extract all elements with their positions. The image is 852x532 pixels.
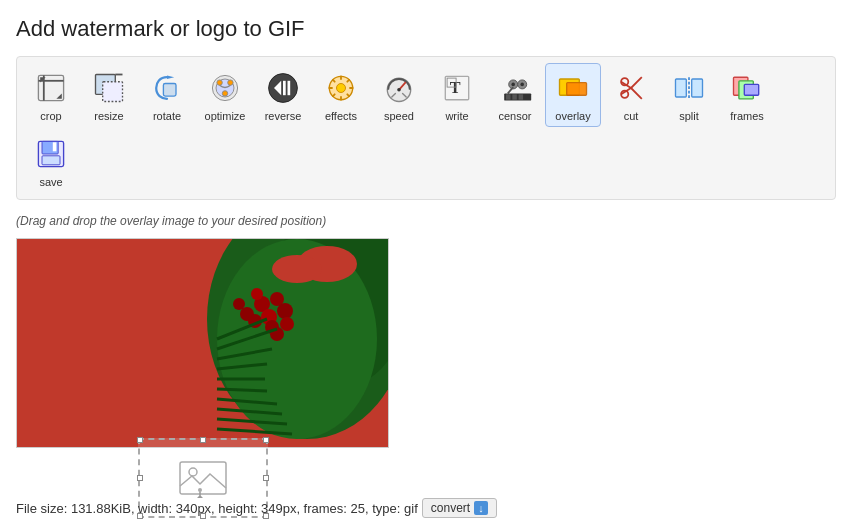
svg-rect-6 (103, 82, 123, 102)
tool-cut[interactable]: cut (603, 63, 659, 127)
resize-handle-tl[interactable] (137, 437, 143, 443)
drag-hint: (Drag and drop the overlay image to your… (16, 214, 836, 228)
cut-icon (611, 68, 651, 108)
tool-frames-label: frames (730, 110, 764, 122)
reverse-icon (263, 68, 303, 108)
resize-handle-mr[interactable] (263, 475, 269, 481)
tool-reverse-label: reverse (265, 110, 302, 122)
main-content (16, 238, 836, 518)
svg-point-22 (397, 88, 401, 92)
placeholder-image-icon (178, 458, 228, 498)
svg-point-12 (228, 80, 233, 85)
tool-rotate[interactable]: rotate (139, 63, 195, 127)
tool-write[interactable]: T write (429, 63, 485, 127)
svg-point-11 (217, 80, 222, 85)
svg-point-65 (280, 317, 294, 331)
tool-censor[interactable]: censor (487, 63, 543, 127)
tool-speed-label: speed (384, 110, 414, 122)
tool-reverse[interactable]: reverse (255, 63, 311, 127)
toolbar: crop resize rotate (16, 56, 836, 200)
tool-split[interactable]: split (661, 63, 717, 127)
tool-censor-label: censor (498, 110, 531, 122)
tool-optimize[interactable]: optimize (197, 63, 253, 127)
svg-point-27 (511, 83, 515, 87)
svg-point-69 (272, 255, 322, 283)
convert-button[interactable]: convert ↓ (422, 498, 497, 518)
svg-point-62 (277, 303, 293, 319)
tool-effects[interactable]: effects (313, 63, 369, 127)
optimize-icon (205, 68, 245, 108)
svg-point-66 (233, 298, 245, 310)
file-info: File size: 131.88KiB, width: 340px, heig… (16, 501, 418, 516)
svg-point-82 (198, 488, 202, 492)
svg-rect-44 (692, 79, 703, 97)
svg-point-81 (189, 468, 197, 476)
tool-cut-label: cut (624, 110, 639, 122)
resize-icon (89, 68, 129, 108)
tool-save[interactable]: save (23, 129, 79, 193)
svg-rect-52 (42, 156, 60, 165)
speed-icon (379, 68, 419, 108)
svg-line-38 (631, 88, 642, 99)
rotate-icon (147, 68, 187, 108)
svg-rect-32 (506, 94, 511, 99)
write-icon: T (437, 68, 477, 108)
tool-speed[interactable]: speed (371, 63, 427, 127)
svg-rect-80 (180, 462, 226, 494)
tool-save-label: save (39, 176, 62, 188)
resize-handle-ml[interactable] (137, 475, 143, 481)
svg-rect-17 (288, 81, 291, 95)
svg-rect-51 (53, 142, 57, 151)
tool-resize[interactable]: resize (81, 63, 137, 127)
svg-point-13 (222, 91, 227, 96)
tool-overlay-label: overlay (555, 110, 590, 122)
svg-line-37 (631, 77, 642, 88)
tool-split-label: split (679, 110, 699, 122)
svg-rect-34 (519, 94, 524, 99)
svg-point-29 (520, 83, 524, 87)
tool-overlay[interactable]: overlay (545, 63, 601, 127)
gif-preview[interactable] (16, 238, 389, 448)
effects-icon (321, 68, 361, 108)
svg-rect-36 (567, 83, 587, 96)
tool-frames[interactable]: frames (719, 63, 775, 127)
overlay-icon (553, 68, 593, 108)
frames-icon (727, 68, 767, 108)
tool-resize-label: resize (94, 110, 123, 122)
svg-rect-33 (512, 94, 517, 99)
split-icon (669, 68, 709, 108)
crop-icon (31, 68, 71, 108)
tool-crop[interactable]: crop (23, 63, 79, 127)
resize-handle-tm[interactable] (200, 437, 206, 443)
save-icon (31, 134, 71, 174)
svg-point-19 (337, 84, 346, 93)
svg-rect-43 (676, 79, 687, 97)
footer: File size: 131.88KiB, width: 340px, heig… (16, 498, 497, 518)
tool-optimize-label: optimize (205, 110, 246, 122)
svg-rect-48 (744, 84, 758, 95)
svg-line-75 (217, 389, 267, 391)
svg-rect-8 (163, 84, 176, 97)
resize-handle-tr[interactable] (263, 437, 269, 443)
page-title: Add watermark or logo to GIF (16, 16, 836, 42)
tool-write-label: write (445, 110, 468, 122)
svg-rect-16 (283, 81, 286, 95)
tool-effects-label: effects (325, 110, 357, 122)
tool-rotate-label: rotate (153, 110, 181, 122)
download-icon: ↓ (474, 501, 488, 515)
image-area (16, 238, 389, 518)
censor-icon (495, 68, 535, 108)
tool-crop-label: crop (40, 110, 61, 122)
svg-point-64 (251, 288, 263, 300)
svg-text:T: T (450, 79, 461, 97)
